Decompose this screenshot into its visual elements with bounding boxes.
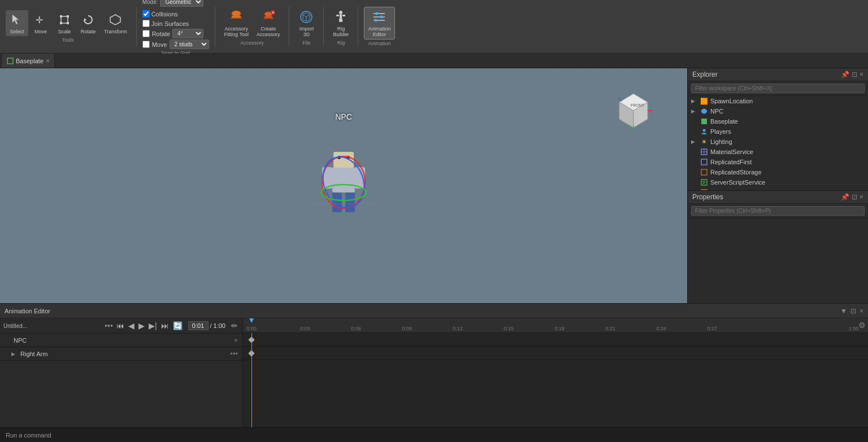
next-frame-btn[interactable]: ▶| — [147, 321, 158, 331]
import-3d-btn[interactable]: Import3D — [295, 7, 318, 39]
explorer-tree: ▶ 🟧 SpawnLocation ▶ NPC ▶ Baseplate ▶ — [688, 96, 868, 190]
npc-arrow: ▶ — [691, 108, 698, 114]
npc-figure — [310, 136, 377, 221]
svg-rect-19 — [340, 14, 342, 19]
tab-bar: Baseplate × — [0, 54, 868, 68]
join-surfaces-row: Join Surfaces — [142, 20, 209, 27]
accessory-fitting-btn[interactable]: AccessoryFitting Tool — [221, 7, 252, 39]
tree-item-replicated1[interactable]: ▶ ReplicatedFirst — [688, 157, 868, 167]
accessory-section-label: Accessory — [240, 40, 264, 46]
tree-item-npc[interactable]: ▶ NPC — [688, 106, 868, 116]
lighting-label: Lighting — [710, 138, 732, 145]
timeline-settings-btn[interactable]: ⚙ — [858, 321, 866, 330]
file-section: Import3D File — [292, 0, 321, 53]
anim-options-btn[interactable]: ••• — [105, 321, 113, 330]
status-bar: Run a command — [0, 427, 868, 442]
properties-filter — [688, 204, 868, 218]
mode-dropdown[interactable]: Geometric — [160, 0, 203, 7]
tick-2: 0:06 — [351, 326, 361, 331]
right-panel: Explorer 📌 ⊡ × ▶ 🟧 SpawnLocation ▶ — [687, 68, 868, 303]
properties-content — [688, 218, 868, 303]
total-time: 1:00 — [214, 322, 225, 329]
prev-frame-btn[interactable]: ◀ — [127, 321, 136, 331]
rig-builder-btn[interactable]: RigBuilder — [329, 7, 352, 39]
divider-5 — [358, 7, 358, 46]
animation-section-label: Animation — [368, 41, 390, 46]
select-tool-btn[interactable]: Select — [6, 10, 28, 36]
move-label: Move — [34, 29, 47, 34]
svg-rect-11 — [231, 17, 242, 19]
rotate-value[interactable]: 4° — [172, 29, 203, 38]
collisions-row: Collisions — [142, 10, 209, 17]
tree-item-baseplate[interactable]: ▶ Baseplate — [688, 116, 868, 126]
edit-keyframe-btn[interactable]: ✏ — [230, 321, 239, 331]
right-arm-timeline-lane — [243, 347, 868, 360]
svg-point-29 — [375, 19, 377, 22]
svg-rect-52 — [701, 119, 707, 124]
viewport[interactable]: NPC — [0, 68, 687, 303]
anim-popout-btn[interactable]: ⊡ — [850, 307, 856, 315]
rotate-tool-btn[interactable]: Rotate — [77, 10, 99, 36]
properties-popout-btn[interactable]: ⊡ — [852, 193, 857, 201]
properties-close-btn[interactable]: × — [860, 193, 863, 201]
anim-left-panel: Untitled... ••• ⏮ ◀ ▶ ▶| ⏭ 🔄 / 1:00 — [0, 318, 243, 427]
explorer-close-btn[interactable]: × — [860, 71, 863, 78]
tree-item-lighting[interactable]: ▶ ☀ Lighting — [688, 137, 868, 147]
svg-text:+: + — [272, 11, 274, 15]
material-icon — [700, 148, 708, 156]
rig-builder-icon — [333, 9, 349, 25]
anim-editor-header: Animation Editor ▼ ⊡ × — [0, 304, 868, 318]
rotation-cube[interactable]: FRONT — [614, 91, 653, 130]
move-value[interactable]: 2 studs — [170, 40, 209, 49]
explorer-filter-input[interactable] — [691, 84, 865, 93]
rotate-snap-row: Rotate 4° — [142, 29, 209, 38]
move-snap-checkbox[interactable] — [142, 41, 150, 48]
rotate-snap-label: Rotate — [152, 30, 170, 37]
right-arm-options-btn[interactable]: ••• — [230, 349, 238, 358]
properties-pin-btn[interactable]: 📌 — [841, 193, 849, 201]
accessory-fitting-label: AccessoryFitting Tool — [224, 26, 249, 37]
accessory-tools-group: AccessoryFitting Tool + CreateAccessory — [221, 7, 284, 39]
mode-label: Mode: — [142, 0, 158, 5]
move-tool-btn[interactable]: ✛ Move — [29, 10, 52, 36]
explorer-popout-btn[interactable]: ⊡ — [852, 71, 857, 78]
accessory-fitting-icon — [228, 9, 244, 25]
npc-add-keyframe-btn[interactable]: + — [233, 336, 238, 344]
lighting-arrow: ▶ — [691, 139, 698, 145]
loop-btn[interactable]: 🔄 — [172, 321, 184, 331]
rotate-snap-checkbox[interactable] — [142, 30, 150, 37]
track-right-arm[interactable]: ▶ Right Arm ••• — [0, 347, 242, 361]
tree-item-replicated2[interactable]: ▶ ReplicatedStorage — [688, 167, 868, 177]
tick-1: 0:03 — [300, 326, 310, 331]
play-btn[interactable]: ▶ — [137, 321, 146, 331]
tick-3: 0:09 — [402, 326, 412, 331]
svg-point-9 — [232, 11, 241, 16]
skip-start-btn[interactable]: ⏮ — [115, 321, 125, 331]
anim-timeline[interactable]: 0:00 0:03 0:06 0:09 0:12 0:15 0:18 0:21 … — [243, 318, 868, 427]
animation-editor-btn[interactable]: AnimationEditor — [364, 7, 394, 40]
join-surfaces-checkbox[interactable] — [142, 20, 150, 27]
tick-6: 0:18 — [554, 326, 565, 331]
skip-end-btn[interactable]: ⏭ — [160, 321, 170, 331]
animation-editor-label: AnimationEditor — [368, 26, 390, 37]
tab-close-btn[interactable]: × — [46, 58, 50, 64]
current-time-input[interactable] — [188, 321, 209, 330]
create-accessory-btn[interactable]: + CreateAccessory — [253, 7, 284, 39]
explorer-pin-btn[interactable]: 📌 — [841, 71, 849, 78]
explorer-filter — [688, 81, 868, 96]
anim-minimize-btn[interactable]: ▼ — [840, 307, 847, 315]
tree-item-players[interactable]: ▶ Players — [688, 126, 868, 137]
scale-tool-btn[interactable]: Scale — [53, 10, 76, 36]
anim-close-btn[interactable]: × — [860, 307, 863, 315]
rep1-label: ReplicatedFirst — [710, 159, 752, 165]
transform-tool-btn[interactable]: Transform — [101, 10, 131, 36]
tree-item-spawn[interactable]: ▶ 🟧 SpawnLocation — [688, 96, 868, 106]
tick-8: 0:24 — [656, 326, 666, 331]
collisions-checkbox[interactable] — [142, 10, 150, 17]
tree-item-server-script[interactable]: ▶ ServerScriptService — [688, 177, 868, 187]
baseplate-tab[interactable]: Baseplate × — [2, 54, 55, 68]
tree-item-material[interactable]: ▶ MaterialService — [688, 147, 868, 157]
track-npc[interactable]: ▶ NPC + — [0, 334, 242, 347]
properties-filter-input[interactable] — [691, 206, 865, 216]
tools-section-label: Tools — [62, 37, 74, 43]
